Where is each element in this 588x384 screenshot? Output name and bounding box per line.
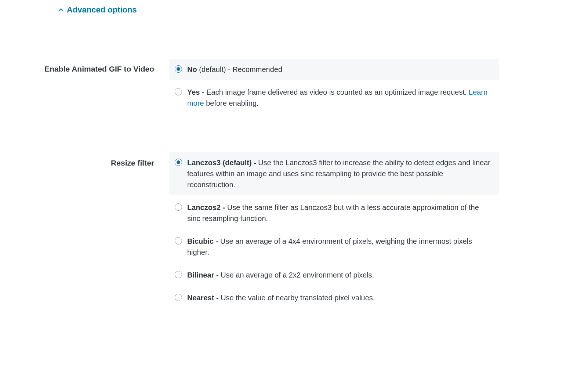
advanced-options-label: Advanced options <box>67 5 137 15</box>
radio-option-gif-yes[interactable]: Yes - Each image frame delivered as vide… <box>169 81 499 114</box>
option-text-bilinear: Bilinear - Use an average of a 2x2 envir… <box>187 269 493 280</box>
setting-label-resize: Resize filter <box>11 152 169 167</box>
radio-option-lanczos3[interactable]: Lanczos3 (default) - Use the Lanczos3 fi… <box>169 152 499 195</box>
option-text-lanczos3: Lanczos3 (default) - Use the Lanczos3 fi… <box>187 157 493 190</box>
option-text-bicubic: Bicubic - Use an average of a 4x4 enviro… <box>187 236 493 258</box>
option-text-lanczos2: Lanczos2 - Use the same filter as Lanczo… <box>187 202 493 224</box>
radio-option-lanczos2[interactable]: Lanczos2 - Use the same filter as Lanczo… <box>169 197 499 229</box>
option-text-gif-yes: Yes - Each image frame delivered as vide… <box>187 87 493 109</box>
setting-label-gif: Enable Animated GIF to Video <box>11 59 169 73</box>
radio-icon <box>175 65 182 73</box>
radio-icon <box>175 271 182 278</box>
advanced-options-toggle[interactable]: Advanced options <box>58 5 137 15</box>
radio-option-bicubic[interactable]: Bicubic - Use an average of a 4x4 enviro… <box>169 231 499 263</box>
setting-gif-to-video: Enable Animated GIF to Video No (default… <box>11 59 577 115</box>
radio-option-nearest[interactable]: Nearest - Use the value of nearby transl… <box>169 287 499 308</box>
radio-icon <box>175 88 182 95</box>
radio-icon <box>175 294 182 301</box>
radio-icon <box>175 237 182 244</box>
option-text-gif-no: No (default) - Recommended <box>187 64 493 75</box>
radio-option-bilinear[interactable]: Bilinear - Use an average of a 2x2 envir… <box>169 264 499 286</box>
option-text-nearest: Nearest - Use the value of nearby transl… <box>187 292 493 303</box>
radio-icon <box>175 159 182 166</box>
chevron-up-icon <box>58 7 64 13</box>
setting-resize-filter: Resize filter Lanczos3 (default) - Use t… <box>11 152 577 310</box>
radio-icon <box>175 203 182 211</box>
radio-option-gif-no[interactable]: No (default) - Recommended <box>169 59 499 80</box>
